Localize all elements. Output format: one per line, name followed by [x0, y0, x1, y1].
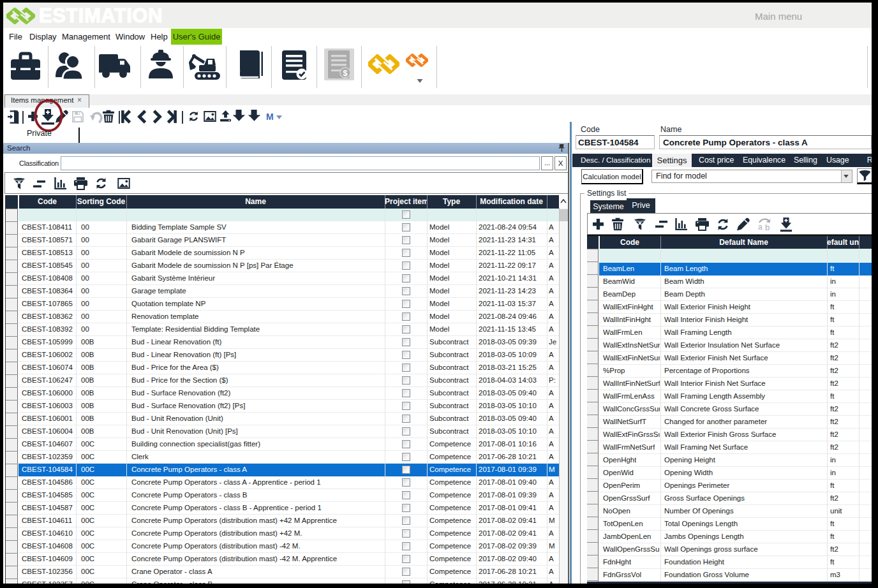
svg-text:b: b: [765, 223, 770, 231]
svg-text:$: $: [343, 68, 348, 78]
svg-text:a: a: [758, 223, 763, 231]
